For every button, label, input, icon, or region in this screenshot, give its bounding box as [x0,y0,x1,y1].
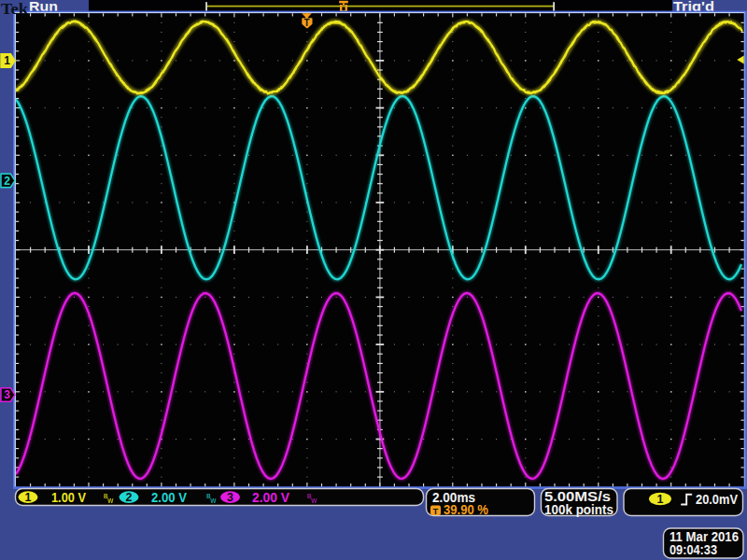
svg-text:100k points: 100k points [544,502,613,517]
svg-text:T: T [433,506,439,516]
svg-text:09:04:33: 09:04:33 [669,542,717,557]
svg-text:W: W [107,497,114,504]
svg-text:2: 2 [126,491,133,504]
svg-text:W: W [311,497,317,504]
svg-text:39.90 %: 39.90 % [444,502,488,517]
svg-text:3: 3 [227,491,233,504]
svg-text:T: T [303,18,309,28]
svg-text:1: 1 [657,493,664,506]
svg-text:1: 1 [25,491,32,504]
svg-text:1.00 V: 1.00 V [51,489,86,505]
svg-text:Tek: Tek [1,0,28,18]
svg-text:2: 2 [4,175,10,188]
svg-text:2.00 V: 2.00 V [151,489,187,505]
svg-text:W: W [210,497,217,504]
svg-text:2.00 V: 2.00 V [252,489,289,505]
svg-text:1: 1 [4,54,10,67]
svg-text:3: 3 [4,388,10,401]
svg-text:20.0mV: 20.0mV [696,491,739,507]
